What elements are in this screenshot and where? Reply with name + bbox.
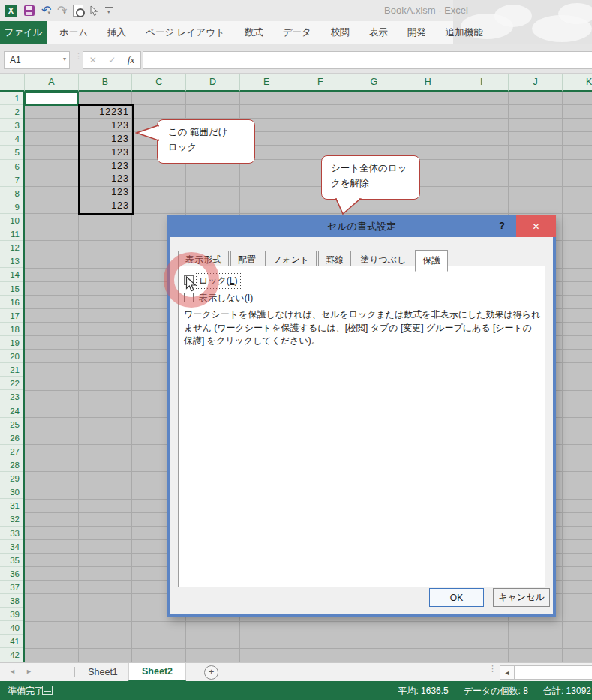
row-header-27[interactable]: 27	[0, 445, 23, 458]
row-header-15[interactable]: 15	[0, 282, 23, 296]
row-header-16[interactable]: 16	[0, 296, 23, 309]
row-header-14[interactable]: 14	[0, 268, 23, 281]
undo-dropdown-icon[interactable]: ▾	[47, 10, 50, 15]
row-header-22[interactable]: 22	[0, 377, 23, 390]
enter-entry-icon[interactable]: ✓	[108, 55, 116, 65]
sheet-nav-next-icon[interactable]: ►	[26, 668, 32, 675]
row-header-42[interactable]: 42	[0, 648, 23, 662]
select-all-corner[interactable]	[0, 74, 25, 92]
name-box-dropdown-icon[interactable]: ▾	[63, 56, 66, 62]
row-header-36[interactable]: 36	[0, 567, 23, 581]
sheet-nav-prev-icon[interactable]: ◄	[9, 668, 16, 675]
row-header-6[interactable]: 6	[0, 160, 23, 173]
row-header-41[interactable]: 41	[0, 635, 23, 648]
ribbon-tab-追加機能[interactable]: 追加機能	[436, 26, 493, 39]
cell-b3[interactable]: 123	[80, 119, 132, 133]
cell-b6[interactable]: 123	[80, 160, 132, 173]
callout-locked-range[interactable]: この 範囲だけ ロック	[157, 119, 255, 164]
insert-function-icon[interactable]: fx	[128, 54, 134, 66]
row-header-18[interactable]: 18	[0, 323, 23, 336]
column-header-B[interactable]: B	[79, 74, 133, 92]
dialog-title-bar[interactable]: セルの書式設定 ? ✕	[167, 215, 556, 237]
row-header-5[interactable]: 5	[0, 146, 23, 159]
row-header-33[interactable]: 33	[0, 527, 23, 540]
row-header-12[interactable]: 12	[0, 241, 23, 254]
column-header-A[interactable]: A	[25, 74, 79, 92]
row-header-17[interactable]: 17	[0, 309, 23, 323]
cancel-button[interactable]: キャンセル	[493, 588, 550, 607]
row-header-32[interactable]: 32	[0, 512, 23, 526]
row-header-11[interactable]: 11	[0, 227, 23, 241]
row-header-39[interactable]: 39	[0, 608, 23, 621]
name-box[interactable]: A1 ▾	[4, 51, 70, 69]
add-sheet-button[interactable]: +	[204, 665, 218, 680]
row-header-2[interactable]: 2	[0, 105, 23, 119]
row-header-34[interactable]: 34	[0, 540, 23, 554]
callout-unlock-sheet[interactable]: シート全体のロッ クを解除	[321, 155, 420, 200]
ribbon-tab-開発[interactable]: 開発	[398, 26, 436, 39]
cell-b4[interactable]: 123	[80, 133, 132, 146]
sheet-bar-splitter-icon[interactable]: ⋮	[488, 667, 497, 671]
formula-input[interactable]	[143, 51, 592, 69]
ribbon-tab-表示[interactable]: 表示	[359, 26, 398, 39]
column-header-G[interactable]: G	[347, 74, 401, 92]
cell-b7[interactable]: 123	[80, 173, 132, 186]
row-header-7[interactable]: 7	[0, 173, 23, 187]
print-preview-icon[interactable]	[73, 5, 83, 17]
cell-b9[interactable]: 123	[80, 200, 132, 213]
row-header-37[interactable]: 37	[0, 581, 23, 594]
row-header-24[interactable]: 24	[0, 404, 23, 418]
redo-dropdown-icon[interactable]: ▾	[63, 10, 66, 15]
row-header-28[interactable]: 28	[0, 458, 23, 472]
ribbon-tab-file[interactable]: ファイル	[0, 21, 47, 44]
column-header-C[interactable]: C	[132, 74, 186, 92]
column-header-H[interactable]: H	[401, 74, 455, 92]
locked-range-b2-b9[interactable]: 12231123123123123123123123	[78, 104, 134, 215]
row-header-35[interactable]: 35	[0, 554, 23, 567]
ribbon-tab-ページ レイアウト[interactable]: ページ レイアウト	[136, 26, 235, 39]
dialog-help-icon[interactable]: ?	[499, 220, 505, 231]
column-header-K[interactable]: K	[563, 74, 592, 92]
cell-b2[interactable]: 12231	[80, 106, 132, 119]
row-header-31[interactable]: 31	[0, 499, 23, 512]
row-header-3[interactable]: 3	[0, 119, 23, 132]
column-header-F[interactable]: F	[293, 74, 347, 92]
column-header-I[interactable]: I	[455, 74, 509, 92]
row-header-10[interactable]: 10	[0, 214, 23, 227]
dialog-close-button[interactable]: ✕	[516, 215, 556, 237]
ribbon-tab-ホーム[interactable]: ホーム	[50, 26, 98, 39]
row-header-40[interactable]: 40	[0, 621, 23, 635]
ribbon-tab-数式[interactable]: 数式	[235, 26, 273, 39]
horizontal-scrollbar[interactable]	[515, 665, 592, 680]
cell-b5[interactable]: 123	[80, 146, 132, 160]
active-cell-a1[interactable]	[25, 92, 79, 106]
row-header-26[interactable]: 26	[0, 431, 23, 445]
row-header-9[interactable]: 9	[0, 200, 23, 214]
row-header-4[interactable]: 4	[0, 132, 23, 146]
row-header-13[interactable]: 13	[0, 254, 23, 268]
row-header-21[interactable]: 21	[0, 363, 23, 377]
row-header-29[interactable]: 29	[0, 472, 23, 485]
ok-button[interactable]: OK	[429, 588, 484, 607]
redo-button[interactable]: ↷▾	[57, 4, 66, 17]
ribbon-tab-校閲[interactable]: 校閲	[321, 26, 359, 39]
hscroll-left-arrow[interactable]: ◄	[500, 665, 515, 680]
row-header-38[interactable]: 38	[0, 594, 23, 608]
formula-bar-splitter-icon[interactable]: ⋮	[74, 54, 83, 58]
dialog-tab-保護[interactable]: 保護	[415, 250, 448, 272]
select-pointer-icon[interactable]	[90, 5, 98, 17]
column-header-J[interactable]: J	[509, 74, 563, 92]
column-header-D[interactable]: D	[186, 74, 240, 92]
save-icon[interactable]	[24, 5, 35, 16]
ribbon-tab-データ[interactable]: データ	[273, 26, 321, 39]
ribbon-tab-挿入[interactable]: 挿入	[98, 26, 136, 39]
sheet-tab-sheet1[interactable]: Sheet1	[78, 663, 128, 681]
row-header-1[interactable]: 1	[0, 92, 23, 105]
cell-b8[interactable]: 123	[80, 186, 132, 200]
cancel-entry-icon[interactable]: ✕	[89, 55, 97, 65]
sheet-tab-sheet2[interactable]: Sheet2	[128, 663, 186, 681]
row-header-19[interactable]: 19	[0, 336, 23, 350]
undo-button[interactable]: ↶▾	[41, 4, 50, 17]
column-header-E[interactable]: E	[240, 74, 294, 92]
row-header-23[interactable]: 23	[0, 390, 23, 404]
